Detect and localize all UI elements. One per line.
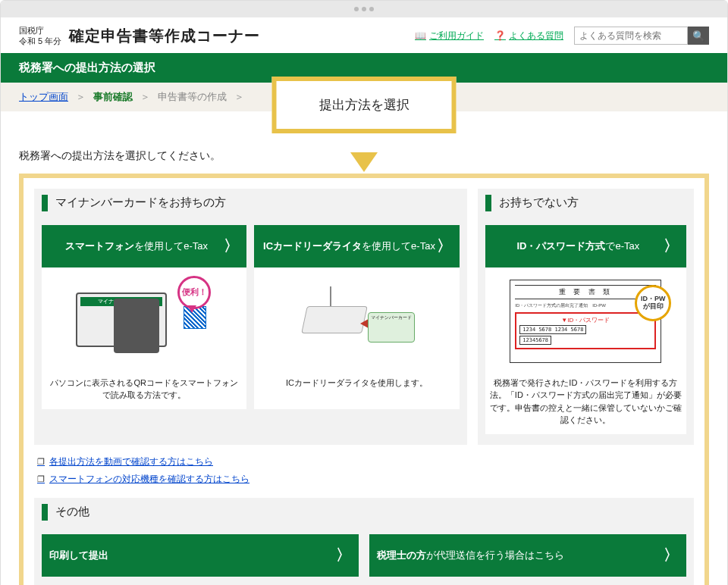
illustration-ic-reader: マイナンバーカード [254, 272, 459, 371]
section-has-card: マイナンバーカードをお持ちの方 [55, 196, 226, 210]
illustration-smartphone: マイナンバーカード 便利！ [42, 272, 246, 371]
guide-link[interactable]: 📖 ご利用ガイド [415, 30, 484, 42]
chevron-right-icon: 〉 [664, 236, 679, 256]
book-icon: 📖 [415, 30, 426, 41]
callout-tail-icon [350, 152, 378, 172]
chevron-right-icon: ＞ [140, 90, 150, 104]
illustration-id-pw: 重 要 書 類 ID・パスワード方式の届出完了通知 ID-PW ▼ID・パスワー… [485, 272, 686, 371]
desc-smartphone: パソコンに表示されるQRコードをスマートフォンで読み取る方法です。 [42, 371, 246, 409]
agency-line1: 国税庁 [19, 25, 61, 36]
link-video-guide[interactable]: ❐ 各提出方法を動画で確認する方はこちら [37, 455, 213, 468]
option-ic-reader[interactable]: ICカードリーダライタを使用してe-Tax 〉 [254, 225, 459, 267]
search-button[interactable]: 🔍 [688, 27, 709, 45]
chevron-right-icon: 〉 [224, 236, 239, 256]
chevron-right-icon: ＞ [76, 90, 86, 104]
breadcrumb-current: 事前確認 [93, 90, 133, 104]
faq-link[interactable]: ❓ よくある質問 [494, 30, 563, 42]
desc-ic-reader: ICカードリーダライタを使用します。 [254, 371, 459, 397]
id-pw-stamp-icon: ID・PW が目印 [635, 285, 671, 321]
header: 国税庁 令和 5 年分 確定申告書等作成コーナー 📖 ご利用ガイド ❓ よくある… [1, 17, 727, 53]
desc-id-pw: 税務署で発行されたID・パスワードを利用する方法。「ID・パスワード方式の届出完… [485, 371, 686, 434]
option-smartphone[interactable]: スマートフォンを使用してe-Tax 〉 [42, 225, 246, 267]
section-accent-icon [42, 504, 48, 521]
breadcrumb-next: 申告書等の作成 [158, 90, 227, 104]
search-icon: 🔍 [692, 30, 705, 42]
callout-bubble: 提出方法を選択 [272, 77, 457, 133]
section-no-card: お持ちでない方 [499, 196, 579, 210]
section-accent-icon [42, 195, 48, 211]
question-icon: ❓ [494, 30, 506, 41]
link-supported-phones[interactable]: ❐ スマートフォンの対応機種を確認する方はこちら [37, 473, 249, 486]
chevron-right-icon: ＞ [234, 90, 244, 104]
chevron-right-icon: 〉 [336, 545, 351, 565]
section-accent-icon [485, 195, 491, 211]
section-other: その他 [55, 505, 89, 519]
search-input[interactable] [574, 27, 688, 45]
options-box: マイナンバーカードをお持ちの方 スマートフォンを使用してe-Tax 〉 マイナン [19, 174, 709, 585]
agency-block: 国税庁 令和 5 年分 [19, 25, 61, 47]
breadcrumb-top[interactable]: トップ画面 [19, 90, 68, 104]
window-icon: ❐ [37, 474, 45, 484]
agency-line2: 令和 5 年分 [19, 36, 61, 46]
option-zeirishi[interactable]: 税理士の方が代理送信を行う場合はこちら 〉 [369, 534, 686, 577]
chevron-right-icon: 〉 [437, 236, 452, 256]
chevron-right-icon: 〉 [664, 545, 679, 565]
option-id-pw[interactable]: ID・パスワード方式でe-Tax 〉 [485, 225, 686, 267]
option-print[interactable]: 印刷して提出 〉 [42, 534, 359, 577]
app-title: 確定申告書等作成コーナー [69, 26, 260, 46]
window-icon: ❐ [37, 457, 45, 467]
convenient-badge: 便利！ [177, 276, 211, 309]
